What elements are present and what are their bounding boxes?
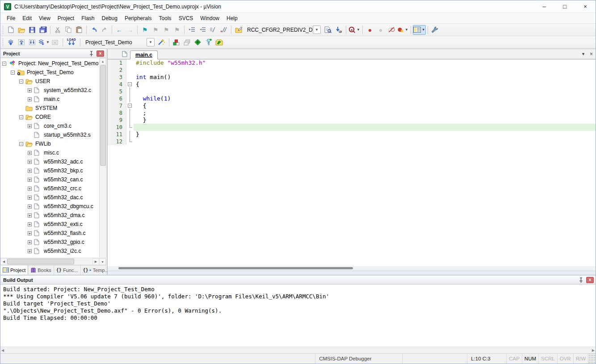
navigate-forward-button[interactable]: → [125,25,135,35]
build-button[interactable] [16,38,27,47]
panel-close-button[interactable]: x [97,50,104,57]
tree-expander-icon[interactable]: + [28,151,32,155]
target-select-value[interactable]: Project_Test_Demo [84,38,147,46]
copy-button[interactable] [63,25,74,35]
tree-item-w55mh32-gpio-c[interactable]: +w55mh32_gpio.c [0,238,99,247]
panel-close-button[interactable]: x [586,277,594,283]
bookmark-clear-button[interactable]: ⚑ [172,25,182,35]
tree-item-w55mh32-dac-c[interactable]: +w55mh32_dac.c [0,193,99,202]
code-line-2[interactable]: 2 [108,67,596,74]
build-output-log[interactable]: Build started: Project: New_Project_Test… [0,285,596,347]
rebuild-button[interactable] [27,38,38,47]
close-button[interactable]: × [575,0,596,13]
manage-project-items-button[interactable] [182,38,193,47]
menu-project[interactable]: Project [54,14,78,23]
window-layout-button[interactable]: ▼ [413,25,426,35]
tree-expander-icon[interactable]: + [28,97,32,101]
tree-expander-icon[interactable]: + [28,205,32,209]
find-in-document-button[interactable] [323,25,333,35]
tree-expander-icon[interactable]: + [28,196,32,200]
tree-expander-icon[interactable]: - [19,115,23,119]
tree-expander-icon[interactable]: + [28,88,32,92]
save-all-button[interactable] [38,25,48,35]
tree-item-w55mh32-bkp-c[interactable]: +w55mh32_bkp.c [0,166,99,175]
toolbar-grip[interactable] [2,25,4,34]
tree-expander-icon[interactable]: + [28,187,32,191]
menu-view[interactable]: View [35,14,54,23]
tree-item-w55mh32-dbgmcu-c[interactable]: +w55mh32_dbgmcu.c [0,202,99,211]
tree-expander-icon[interactable]: + [28,222,32,226]
tree-expander-icon[interactable]: + [28,178,32,182]
tree-expander-icon[interactable]: + [28,160,32,164]
new-file-button[interactable] [5,25,16,35]
translate-button[interactable] [5,38,16,47]
code-editor[interactable]: 1#include "w55mh32.h"23int main()4-{56 w… [108,59,596,266]
tree-expander-icon[interactable]: + [28,249,32,253]
project-horizontal-scrollbar[interactable]: ◀ ▶ ▼ [0,258,106,265]
tree-expander-icon[interactable]: + [28,240,32,244]
menu-debug[interactable]: Debug [98,14,121,23]
scroll-right-icon[interactable]: ▶ [92,258,99,265]
tree-expander-icon[interactable]: + [28,169,32,173]
scrollbar-thumb[interactable] [100,65,106,166]
pack-installer-button[interactable] [214,38,225,47]
tab-project[interactable]: Project [0,265,28,275]
tree-item-system[interactable]: SYSTEM [0,104,99,113]
tree-item-w55mh32-adc-c[interactable]: +w55mh32_adc.c [0,157,99,166]
menu-help[interactable]: Help [223,14,241,23]
scroll-left-icon[interactable]: ◀ [0,258,7,265]
code-line-10[interactable]: 10 [108,124,596,131]
tree-item-core-cm3-c[interactable]: +core_cm3.c [0,121,99,130]
code-line-7[interactable]: 7- { [108,102,596,109]
symbol-search-value[interactable]: RCC_CFGR2_PREDIV2_DIV [246,26,313,34]
scrollbar-thumb[interactable] [118,267,353,269]
tree-item-w55mh32-flash-c[interactable]: +w55mh32_flash.c [0,229,99,238]
bookmark-prev-button[interactable]: ⚑ [150,25,161,35]
target-options-button[interactable] [156,38,167,47]
symbol-search-combobox[interactable]: RCC_CFGR2_PREDIV2_DIV ▼ [246,25,321,34]
menu-window[interactable]: Window [197,14,223,23]
tab-list-dropdown-icon[interactable]: ▼ [581,52,585,56]
scroll-up-icon[interactable]: ▲ [100,58,106,65]
pin-icon[interactable] [88,50,95,57]
select-software-packs-button[interactable] [193,38,203,47]
indent-button[interactable] [186,25,197,35]
tree-expander-icon[interactable]: + [28,213,32,218]
configure-button[interactable] [430,25,441,35]
tree-expander-icon[interactable]: + [28,124,32,128]
tree-item-w55mh32-crc-c[interactable]: +w55mh32_crc.c [0,184,99,193]
code-line-6[interactable]: 6 while(1) [108,95,596,102]
menu-flash[interactable]: Flash [78,14,98,23]
editor-horizontal-scrollbar[interactable] [108,266,596,271]
save-button[interactable] [27,25,38,35]
dropdown-arrow-icon[interactable]: ▼ [405,28,408,32]
tree-expander-icon[interactable]: - [11,71,15,75]
navigate-back-button[interactable]: ← [114,25,125,35]
tree-item-w55mh32-exti-c[interactable]: +w55mh32_exti.c [0,220,99,229]
code-line-5[interactable]: 5 [108,88,596,95]
uncomment-button[interactable] [218,25,229,35]
resize-grip[interactable] [588,354,596,364]
code-line-1[interactable]: 1#include "w55mh32.h" [108,59,596,67]
code-line-3[interactable]: 3int main() [108,74,596,81]
combobox-dropdown-icon[interactable]: ▼ [147,38,155,46]
outdent-button[interactable] [197,25,208,35]
tree-item-project-new-project-test-demo[interactable]: -Project: New_Project_Test_Demo [0,59,99,68]
paste-button[interactable] [74,25,84,35]
tree-item-main-c[interactable]: +main.c [0,95,99,104]
batch-build-button[interactable]: ▼ [38,38,50,47]
scrollbar-thumb[interactable] [7,259,74,264]
incremental-find-button[interactable] [333,25,344,35]
target-select-combobox[interactable]: Project_Test_Demo ▼ [84,38,155,46]
menu-file[interactable]: File [3,14,19,23]
tree-expander-icon[interactable]: - [2,62,6,66]
maximize-button[interactable]: □ [554,0,575,13]
dropdown-arrow-icon[interactable]: ▼ [46,40,50,44]
project-vertical-scrollbar[interactable]: ▲ [99,58,106,258]
minimize-button[interactable]: – [534,0,554,13]
bookmark-next-button[interactable]: ⚑ [161,25,172,35]
tree-expander-icon[interactable]: + [28,231,32,235]
comment-button[interactable] [208,25,218,35]
tree-item-core[interactable]: -CORE [0,113,99,121]
tree-item-fwlib[interactable]: -FWLib [0,139,99,148]
